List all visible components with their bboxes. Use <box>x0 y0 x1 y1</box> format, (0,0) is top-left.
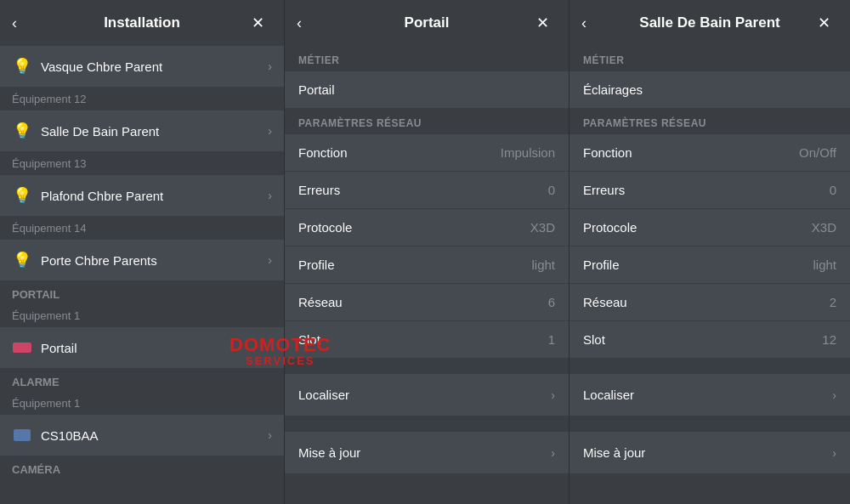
right-slot-label: Slot <box>583 332 605 347</box>
equip-label: Équipement 1 <box>0 392 284 415</box>
mise-a-jour-chevron-icon: › <box>551 446 555 460</box>
right-protocole-label: Protocole <box>583 220 637 235</box>
mid-content: MÉTIER Portail PARAMÈTRES RÉSEAU Fonctio… <box>285 46 569 504</box>
fonction-label: Fonction <box>298 145 348 160</box>
protocole-row: Protocole X3D <box>285 209 569 246</box>
right-localiser-chevron-icon: › <box>832 388 836 402</box>
localiser-label: Localiser <box>298 388 349 402</box>
list-item[interactable]: 💡 Vasque Chbre Parent › <box>0 46 284 88</box>
right-profile-value: light <box>813 258 836 272</box>
chevron-icon: › <box>268 189 272 202</box>
metier-value: Portail <box>298 82 335 97</box>
params-section-label: PARAMÈTRES RÉSEAU <box>285 109 569 134</box>
bulb-icon: 💡 <box>12 121 32 141</box>
item-label: Portail <box>41 341 272 355</box>
chevron-icon: › <box>268 428 272 442</box>
equip-label: Équipement 1 <box>0 304 284 327</box>
right-erreurs-label: Erreurs <box>583 183 625 197</box>
bulb-yellow-icon: 💡 <box>13 57 31 76</box>
erreurs-label: Erreurs <box>298 183 340 197</box>
right-content: MÉTIER Éclairages PARAMÈTRES RÉSEAU Fonc… <box>570 46 850 504</box>
right-panel: ‹ Salle De Bain Parent ✕ MÉTIER Éclairag… <box>570 0 850 504</box>
right-mise-a-jour-chevron-icon: › <box>832 446 836 460</box>
reseau-row: Réseau 6 <box>285 284 569 321</box>
cs10baa-icon <box>12 425 32 445</box>
list-item[interactable]: CS10BAA › <box>0 415 284 456</box>
bulb-icon: 💡 <box>12 250 32 270</box>
slot-label: Slot <box>298 332 320 347</box>
fonction-value: Impulsion <box>501 145 555 160</box>
list-item[interactable]: 💡 Salle De Bain Parent › <box>0 110 284 152</box>
list-item[interactable]: 💡 Porte Chbre Parents › <box>0 240 284 281</box>
right-title: Salle De Bain Parent <box>602 14 818 31</box>
right-metier-row: Éclairages <box>570 71 850 109</box>
spacer <box>285 416 569 425</box>
mid-header: ‹ Portail ✕ <box>285 0 569 46</box>
right-params-section-label: PARAMÈTRES RÉSEAU <box>570 109 850 134</box>
right-fonction-row: Fonction On/Off <box>570 134 850 172</box>
slot-row: Slot 1 <box>285 321 569 359</box>
bulb-icon: 💡 <box>12 56 32 76</box>
metier-row: Portail <box>285 71 569 109</box>
right-erreurs-row: Erreurs 0 <box>570 172 850 209</box>
mid-back-icon[interactable]: ‹ <box>297 14 317 32</box>
right-metier-value: Éclairages <box>583 82 643 97</box>
bulb-yellow-icon: 💡 <box>13 186 31 205</box>
spacer <box>570 416 850 425</box>
right-reseau-row: Réseau 2 <box>570 284 850 321</box>
right-back-icon[interactable]: ‹ <box>581 14 602 32</box>
right-localiser-label: Localiser <box>583 388 634 402</box>
right-close-icon[interactable]: ✕ <box>818 14 838 32</box>
right-reseau-label: Réseau <box>583 295 627 309</box>
protocole-value: X3D <box>530 220 555 235</box>
right-fonction-label: Fonction <box>583 145 632 160</box>
mise-a-jour-button[interactable]: Mise à jour › <box>285 432 569 474</box>
portail-icon <box>12 337 32 358</box>
bulb-yellow-icon: 💡 <box>13 251 31 269</box>
profile-row: Profile light <box>285 246 569 284</box>
bulb-yellow-icon: 💡 <box>13 122 31 140</box>
reseau-value: 6 <box>548 295 555 309</box>
left-panel: ‹ Installation ✕ 💡 Vasque Chbre Parent ›… <box>0 0 285 504</box>
protocole-label: Protocole <box>298 220 352 235</box>
erreurs-value: 0 <box>548 183 555 197</box>
mid-title: Portail <box>317 14 536 31</box>
left-header: ‹ Installation ✕ <box>0 0 284 46</box>
chevron-icon: › <box>268 59 272 73</box>
fonction-row: Fonction Impulsion <box>285 134 569 172</box>
left-close-icon[interactable]: ✕ <box>252 14 272 32</box>
chevron-icon: › <box>268 253 272 267</box>
localiser-button[interactable]: Localiser › <box>285 374 569 416</box>
metier-section-label: MÉTIER <box>285 46 569 71</box>
right-profile-row: Profile light <box>570 246 850 284</box>
slot-value: 1 <box>548 332 555 347</box>
equip-label: Équipement 14 <box>0 217 284 240</box>
right-protocole-row: Protocole X3D <box>570 209 850 246</box>
left-back-icon[interactable]: ‹ <box>12 14 32 32</box>
right-mise-a-jour-button[interactable]: Mise à jour › <box>570 432 850 474</box>
left-content: 💡 Vasque Chbre Parent › Équipement 12 💡 … <box>0 46 284 504</box>
mid-close-icon[interactable]: ✕ <box>536 14 557 32</box>
equip-label: Équipement 12 <box>0 88 284 110</box>
right-header: ‹ Salle De Bain Parent ✕ <box>570 0 850 46</box>
right-fonction-value: On/Off <box>799 145 836 160</box>
right-protocole-value: X3D <box>812 220 836 235</box>
profile-value: light <box>531 258 555 272</box>
right-slot-row: Slot 12 <box>570 321 850 359</box>
profile-label: Profile <box>298 258 335 272</box>
right-slot-value: 12 <box>822 332 836 347</box>
mid-panel: ‹ Portail ✕ MÉTIER Portail PARAMÈTRES RÉ… <box>285 0 570 504</box>
item-label: Plafond Chbre Parent <box>41 189 268 203</box>
section-label: ALARME <box>0 369 284 392</box>
erreurs-row: Erreurs 0 <box>285 172 569 209</box>
list-item[interactable]: Portail <box>0 327 284 369</box>
right-localiser-button[interactable]: Localiser › <box>570 374 850 416</box>
reseau-label: Réseau <box>298 295 343 309</box>
list-item[interactable]: 💡 Plafond Chbre Parent › <box>0 175 284 217</box>
item-label: CS10BAA <box>41 428 268 443</box>
chevron-icon: › <box>268 124 272 138</box>
equip-label: Équipement 13 <box>0 152 284 175</box>
left-title: Installation <box>32 14 252 31</box>
item-label: Salle De Bain Parent <box>41 124 268 139</box>
blue-square-icon <box>14 429 31 441</box>
